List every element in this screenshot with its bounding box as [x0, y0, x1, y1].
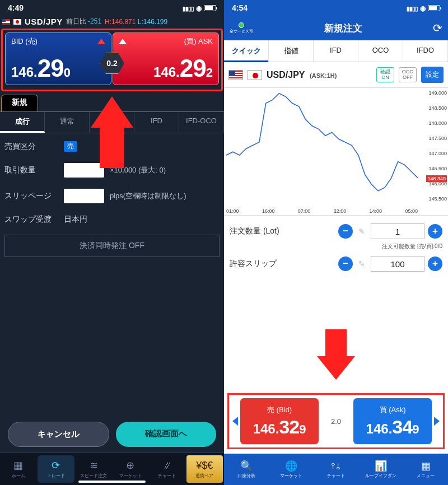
day-diff: 前日比 -251	[66, 17, 101, 26]
chevron-left-icon[interactable]	[232, 417, 238, 426]
bid-price: 146.290	[11, 54, 105, 82]
clock: 4:54	[232, 3, 248, 12]
bid-button[interactable]: 売 (Bid) 146.329	[240, 398, 319, 444]
chart-plot	[226, 90, 418, 204]
tab-oco[interactable]: OCO	[358, 40, 403, 62]
qty-label: 注文数量 (Lot)	[230, 226, 335, 236]
side-badge-sell[interactable]: 売	[64, 141, 77, 152]
order-tabs-right: クイック 指値 IFD OCO IFDO	[224, 40, 448, 62]
bid-label: BID (売)	[11, 36, 38, 46]
status-icons	[183, 3, 216, 12]
tab-quick[interactable]: クイック	[224, 40, 269, 62]
x-axis: 01:0016:0007:0022:0014:0005:00	[226, 208, 418, 214]
qty-minus-button[interactable]: −	[338, 224, 353, 239]
tab-new-order[interactable]: 新規	[1, 95, 38, 111]
globe-icon: 🌐	[285, 460, 297, 472]
wifi-icon	[420, 3, 426, 12]
nav-currency[interactable]: ¥$€通貨ペア	[186, 455, 223, 483]
slip-label: 許容スリップ	[230, 259, 335, 269]
pair-symbol[interactable]: USD/JPY (ASK:1H)	[267, 70, 372, 80]
flag-us-icon	[2, 19, 10, 25]
tab-ifdo[interactable]: IFDO	[403, 40, 448, 62]
signal-icon	[407, 3, 418, 12]
tab-ifd[interactable]: IFD	[134, 112, 179, 133]
magnify-icon: 🔍	[240, 460, 253, 472]
chip-confirm-on[interactable]: 確認 ON	[376, 67, 394, 83]
ask-label: (買) ASK	[184, 36, 213, 46]
tab-ifd[interactable]: IFD	[314, 40, 358, 62]
wifi-icon	[196, 3, 202, 12]
pencil-icon[interactable]: ✎	[356, 227, 367, 236]
bid-card[interactable]: BID (売) 146.290	[5, 32, 111, 85]
slip-input[interactable]	[64, 189, 104, 203]
header-right: 全サービス可 新規注文 ⟳	[224, 16, 448, 40]
pair-row-right: USD/JPY (ASK:1H) 確認 ON OCO OFF 設定	[224, 62, 448, 88]
confirm-button[interactable]: 確認画面へ	[116, 422, 216, 447]
qty-plus-button[interactable]: +	[428, 224, 442, 239]
flag-us-icon	[228, 70, 243, 80]
pencil-icon[interactable]: ✎	[356, 259, 367, 268]
globe-icon: ⊕	[126, 459, 134, 472]
price-panel-left: BID (売) 146.290 (買) ASK 146.292 0.2	[1, 29, 223, 91]
page-title: 新規注文	[324, 22, 362, 35]
grid-icon: ▦	[13, 459, 23, 472]
spread-label: 2.0	[319, 417, 353, 426]
cancel-button[interactable]: キャンセル	[8, 422, 109, 447]
speed-icon: ≋	[90, 459, 98, 472]
flag-jp-icon	[13, 19, 21, 25]
nav-trade[interactable]: ⟳トレード	[38, 455, 74, 483]
nav-home[interactable]: ▦ホーム	[0, 453, 36, 485]
qty-input[interactable]: 1	[371, 223, 424, 239]
nav-account[interactable]: 🔍口座分析	[224, 454, 269, 485]
qty-label: 取引数量	[4, 165, 58, 175]
slip-input[interactable]: 100	[371, 256, 424, 272]
nav-chart[interactable]: ⫽チャート	[148, 453, 185, 485]
status-icons	[407, 3, 440, 12]
signal-icon	[183, 3, 194, 12]
bid-price: 146.329	[253, 416, 306, 438]
chevron-right-icon[interactable]	[434, 417, 440, 426]
pair-symbol[interactable]: USD/JPY	[25, 17, 63, 26]
price-chart[interactable]: 149.000148.500148.000147.500147.000146.5…	[224, 88, 448, 216]
ask-price: 146.292	[119, 54, 213, 82]
chart-icon: ⫽	[162, 460, 172, 472]
status-dot-icon	[239, 22, 244, 28]
tab-ifd-oco[interactable]: IFD-OCO	[179, 112, 224, 133]
slip-label: スリッページ	[4, 191, 58, 201]
swap-label: スワップ受渡	[4, 214, 58, 225]
candle-icon: ⫯⫰	[331, 460, 341, 472]
last-price-badge: 146.349	[426, 175, 447, 182]
bottom-nav-right: 🔍口座分析 🌐マーケット ⫯⫰チャート 📊ループイフダン ▦メニュー	[224, 454, 448, 485]
slip-plus-button[interactable]: +	[428, 257, 442, 271]
status-bar-right: 4:54	[224, 0, 448, 16]
tab-normal[interactable]: 通常	[45, 112, 90, 133]
pair-header: USD/JPY 前日比 -251 H:146.871 L:146.199	[0, 16, 224, 29]
qty-note: 注文可能数量 [売/買]:0/0	[230, 243, 442, 253]
refresh-icon[interactable]: ⟳	[433, 21, 442, 35]
tab-market[interactable]: 成行	[0, 112, 45, 133]
flag-jp-icon	[248, 70, 262, 80]
nav-market[interactable]: 🌐マーケット	[269, 454, 314, 485]
high-low: H:146.871 L:146.199	[105, 18, 167, 26]
nav-chart[interactable]: ⫯⫰チャート	[314, 454, 358, 485]
ask-label: 買 (Ask)	[380, 405, 406, 415]
annotation-arrow-down-icon	[317, 329, 355, 380]
arrow-up-icon	[97, 39, 105, 44]
ask-card[interactable]: (買) ASK 146.292	[113, 32, 219, 85]
slip-minus-button[interactable]: −	[338, 257, 353, 271]
grid-icon: ▦	[421, 460, 431, 472]
ask-button[interactable]: 買 (Ask) 146.349	[353, 398, 432, 444]
chip-oco-off[interactable]: OCO OFF	[399, 67, 417, 83]
nav-menu[interactable]: ▦メニュー	[403, 454, 448, 485]
currency-icon: ¥$€	[196, 460, 213, 472]
bid-label: 売 (Bid)	[267, 405, 292, 415]
tab-limit[interactable]: 指値	[269, 40, 314, 62]
bars-icon: 📊	[375, 460, 387, 472]
settings-button[interactable]: 設定	[421, 67, 444, 83]
settle-off-row[interactable]: 決済同時発注 OFF	[4, 235, 220, 257]
swap-value: 日本円	[64, 214, 87, 225]
battery-icon	[428, 5, 440, 11]
clock: 4:49	[8, 3, 24, 12]
service-status[interactable]: 全サービス可	[230, 22, 253, 34]
nav-loop[interactable]: 📊ループイフダン	[358, 454, 403, 485]
